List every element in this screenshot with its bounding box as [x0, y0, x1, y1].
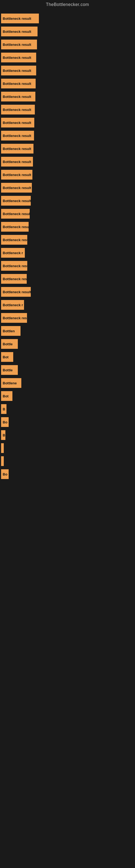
- bar-label: Bottleneck result: [3, 290, 31, 294]
- bar-label: Bottle: [3, 342, 13, 346]
- bar-row: Bottleneck r: [0, 299, 135, 311]
- bar-row: B: [0, 403, 135, 415]
- bottleneck-bar[interactable]: Bottleneck result: [1, 131, 34, 141]
- bar-label: Bottleneck result: [3, 42, 31, 46]
- bar-row: Bottle: [0, 364, 135, 376]
- bottleneck-bar[interactable]: Bottleneck result: [1, 222, 29, 231]
- bottleneck-bar[interactable]: Bottleneck result: [1, 144, 34, 154]
- bottleneck-bar[interactable]: Bottleneck result: [1, 27, 38, 36]
- bar-row: Bottleneck result: [0, 25, 135, 38]
- bar-row: Bottleneck resu: [0, 233, 135, 246]
- bar-label: Bottleneck result: [3, 199, 31, 203]
- bar-label: Bottleneck result: [3, 108, 31, 112]
- bottleneck-bar[interactable]: Bo: [1, 469, 9, 479]
- bar-row: Bo: [0, 415, 135, 429]
- bar-label: Bottleneck result: [3, 134, 31, 138]
- bar-label: Bottleneck result: [3, 147, 31, 151]
- bar-label: Bottleneck r: [3, 303, 23, 307]
- bottleneck-bar[interactable]: Bottleneck resu: [1, 261, 27, 271]
- bar-label: Bottleneck result: [3, 186, 31, 190]
- bottleneck-bar[interactable]: Bot: [1, 352, 13, 362]
- bottleneck-bar[interactable]: Bottleneck r: [1, 248, 25, 258]
- bar-row: Bottleneck result: [0, 103, 135, 116]
- bar-label: Bottlen: [3, 329, 15, 333]
- bar-label: Bottle: [3, 368, 13, 372]
- bar-label: Bottleneck r: [3, 251, 23, 255]
- bar-row: Bottleneck result: [0, 155, 135, 168]
- bar-label: Bottlene: [3, 381, 17, 385]
- bar-label: Bo: [3, 472, 7, 476]
- bottleneck-bar[interactable]: Bottleneck result: [1, 92, 35, 101]
- bottleneck-bar[interactable]: Bottleneck result: [1, 13, 39, 23]
- bar-row: Bottlene: [0, 376, 135, 390]
- bottleneck-bar[interactable]: Bot: [1, 391, 12, 401]
- bottleneck-bar[interactable]: Bottleneck result: [1, 157, 33, 166]
- bar-row: Bot: [0, 350, 135, 364]
- bottleneck-bar[interactable]: Bottleneck result: [1, 209, 30, 219]
- bar-row: Bottleneck result: [0, 207, 135, 220]
- bottleneck-bar[interactable]: Bottle: [1, 365, 18, 375]
- bottleneck-bar[interactable]: Bottlen: [1, 326, 20, 336]
- bar-row: Bottleneck result: [0, 220, 135, 233]
- bar-row: [0, 442, 135, 455]
- bar-row: [0, 455, 135, 468]
- bar-label: Bottleneck resu: [3, 264, 27, 268]
- bar-row: Bottleneck result: [0, 116, 135, 129]
- bottleneck-bar[interactable]: Bottlene: [1, 378, 21, 388]
- bar-row: Bottleneck result: [0, 142, 135, 155]
- bottleneck-bar[interactable]: Bottleneck result: [1, 66, 36, 75]
- bar-label: Bottleneck result: [3, 30, 31, 34]
- bar-label: Bottleneck resu: [3, 238, 27, 242]
- bottleneck-bar[interactable]: Bottleneck resu: [1, 235, 27, 245]
- bar-row: Bot: [0, 390, 135, 403]
- site-title: TheBottlenecker.com: [0, 0, 135, 9]
- bar-row: Bottleneck result: [0, 77, 135, 90]
- bar-label: Bo: [3, 420, 7, 424]
- bar-row: Bottleneck result: [0, 181, 135, 194]
- bar-row: Bottleneck r: [0, 246, 135, 259]
- bar-label: Bot: [3, 355, 9, 359]
- bottleneck-bar[interactable]: Bottleneck result: [1, 170, 32, 180]
- bottleneck-bar[interactable]: Bottleneck result: [1, 287, 31, 297]
- bar-label: Bottleneck result: [3, 69, 31, 73]
- bar-row: Bottleneck resu: [0, 259, 135, 272]
- bar-row: Bottleneck result: [0, 90, 135, 103]
- bottleneck-bar[interactable]: Bo: [1, 417, 9, 427]
- bottleneck-bar[interactable]: Bottleneck result: [1, 53, 36, 62]
- bottleneck-bar[interactable]: Bottleneck result: [1, 118, 34, 127]
- bar-row: Bottleneck result: [0, 38, 135, 51]
- bar-label: Bottleneck res: [3, 277, 27, 281]
- bar-row: Bottleneck result: [0, 194, 135, 207]
- bottleneck-bar[interactable]: Bottleneck res: [1, 274, 27, 284]
- bottleneck-bar[interactable]: [1, 443, 4, 453]
- bar-row: Bottleneck res: [0, 272, 135, 285]
- bar-row: Bottlen: [0, 324, 135, 337]
- bar-row: Bottleneck result: [0, 285, 135, 299]
- bottleneck-bar[interactable]: Bottleneck result: [1, 40, 37, 50]
- bottleneck-bar[interactable]: Bottleneck r: [1, 300, 24, 310]
- bottleneck-bar[interactable]: B: [1, 404, 6, 414]
- bar-label: Bottleneck result: [3, 95, 31, 99]
- bars-container: Bottleneck resultBottleneck resultBottle…: [0, 9, 135, 484]
- bar-row: B: [0, 429, 135, 442]
- bar-label: B: [3, 433, 5, 437]
- bottleneck-bar[interactable]: Bottleneck result: [1, 196, 31, 206]
- bar-row: Bottleneck resu: [0, 311, 135, 324]
- bar-label: Bottleneck result: [3, 56, 31, 60]
- bar-label: Bottleneck result: [3, 212, 30, 216]
- bottleneck-bar[interactable]: [1, 456, 4, 466]
- bottleneck-bar[interactable]: Bottleneck result: [1, 105, 35, 115]
- bottleneck-bar[interactable]: Bottleneck result: [1, 79, 36, 88]
- bar-row: Bo: [0, 468, 135, 480]
- bottleneck-bar[interactable]: Bottle: [1, 339, 18, 349]
- bottleneck-bar[interactable]: Bottleneck result: [1, 183, 32, 193]
- bar-row: Bottleneck result: [0, 129, 135, 142]
- bar-row: Bottleneck result: [0, 12, 135, 25]
- bar-label: Bottleneck resu: [3, 316, 27, 320]
- bar-row: Bottle: [0, 337, 135, 350]
- bar-row: Bottleneck result: [0, 64, 135, 77]
- bar-label: Bottleneck result: [3, 121, 31, 125]
- bar-label: Bottleneck result: [3, 82, 31, 86]
- bottleneck-bar[interactable]: B: [1, 430, 5, 440]
- bottleneck-bar[interactable]: Bottleneck resu: [1, 313, 27, 323]
